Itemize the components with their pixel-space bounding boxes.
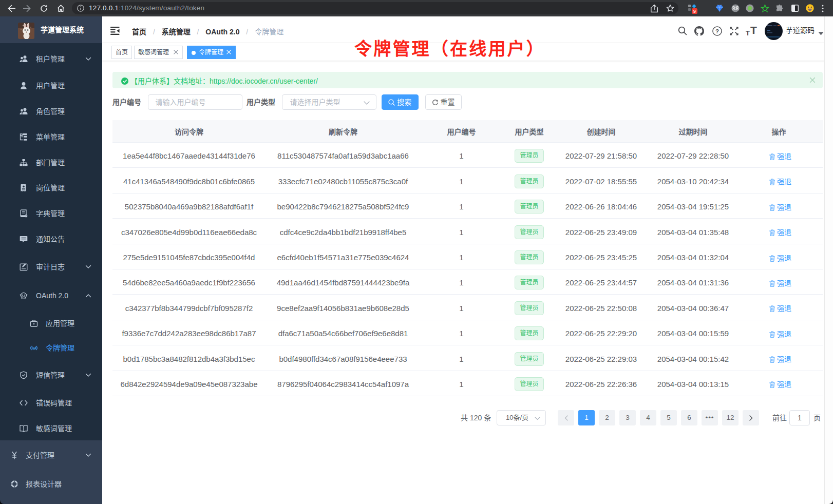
svg-text:9: 9 [693, 8, 696, 14]
svg-text:a: a [33, 346, 35, 351]
svg-text:?: ? [715, 28, 719, 34]
